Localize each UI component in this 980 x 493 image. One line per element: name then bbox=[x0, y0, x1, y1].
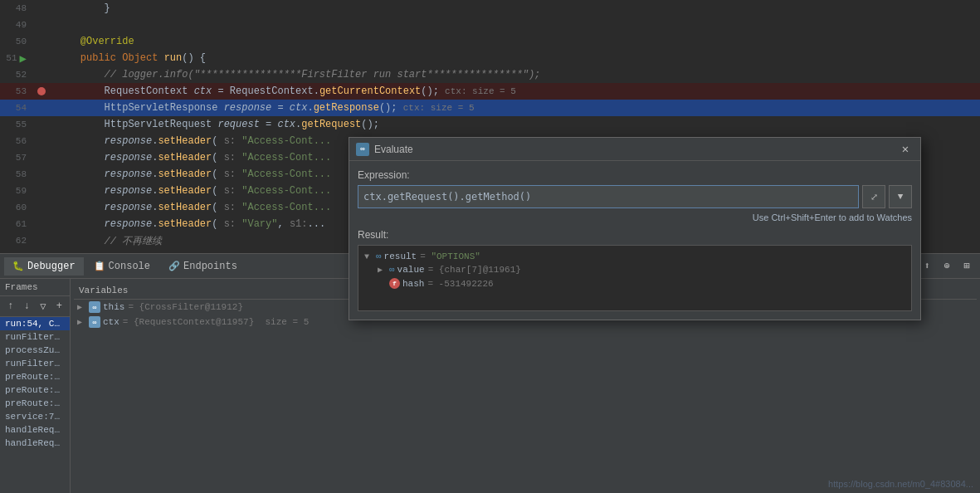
frame-item-1[interactable]: runFilter:117,... bbox=[0, 330, 70, 344]
frame-item-4[interactable]: preRoute:133,... bbox=[0, 370, 70, 383]
line-content-50: @Override bbox=[50, 36, 134, 47]
expression-input-row: ⤢ ▼ bbox=[358, 185, 912, 208]
expr-dropdown-btn[interactable]: ▼ bbox=[889, 185, 912, 208]
result-arrow-value: ▶ bbox=[378, 265, 389, 275]
dialog-title: Evaluate bbox=[374, 144, 897, 155]
result-val-root: = "OPTIONS" bbox=[420, 251, 480, 261]
expr-expand-btn[interactable]: ⤢ bbox=[862, 185, 885, 208]
expression-input[interactable] bbox=[358, 185, 859, 208]
line-content-58: response.setHeader( s: "Access-Cont... bbox=[50, 168, 331, 180]
line-number-54: 54 bbox=[0, 103, 33, 113]
line-content-53: RequestContext ctx = RequestContext.getC… bbox=[50, 85, 516, 97]
frames-up-btn[interactable]: ↑ bbox=[3, 299, 18, 314]
line-content-57: response.setHeader( s: "Access-Cont... bbox=[50, 152, 331, 164]
frames-list: run:54, Cross... runFilter:117,... proce… bbox=[0, 317, 70, 493]
frames-column: Frames ↑ ↓ ▽ + run:54, Cross... runFilte… bbox=[0, 279, 71, 493]
expression-label: Expression: bbox=[358, 169, 912, 181]
f-icon-hash: f bbox=[389, 278, 400, 289]
evaluate-dialog: ∞ Evaluate ✕ Expression: ⤢ ▼ Use Ctrl+Sh… bbox=[349, 137, 921, 320]
frame-item-5[interactable]: preRoute:105,... bbox=[0, 383, 70, 397]
line-content-55: HttpServletRequest request = ctx.getRequ… bbox=[50, 119, 379, 130]
line-content-56: response.setHeader( s: "Access-Cont... bbox=[50, 135, 331, 147]
tab-console[interactable]: 📋 Console bbox=[85, 257, 158, 276]
toolbar-cursor-btn[interactable]: ⊕ bbox=[938, 257, 956, 276]
code-line-52: 52 // logger.info("*****************Firs… bbox=[0, 66, 980, 83]
line-content-61: response.setHeader( s: "Vary", s1:... bbox=[50, 218, 325, 230]
line-number-50: 50 bbox=[0, 37, 33, 46]
line-number-56: 56 bbox=[0, 136, 33, 146]
line-content-59: response.setHeader( s: "Access-Cont... bbox=[50, 185, 331, 197]
line-content-51: public Object run() { bbox=[50, 52, 206, 64]
frame-item-7[interactable]: service:74, Zu... bbox=[0, 410, 70, 423]
line-number-53: 53 bbox=[0, 86, 33, 96]
oo-icon-value: ∞ bbox=[389, 265, 395, 275]
dialog-close-button[interactable]: ✕ bbox=[897, 141, 914, 158]
line-content-52: // logger.info("*****************FirstFi… bbox=[50, 69, 540, 81]
tree-arrow-this: ▶ bbox=[77, 302, 89, 312]
var-key-this: this bbox=[103, 302, 124, 312]
code-line-48: 48 } bbox=[0, 0, 980, 17]
frames-filter-btn[interactable]: ▽ bbox=[36, 299, 51, 314]
line-number-51: 51 ▶ bbox=[0, 51, 33, 66]
tab-debugger[interactable]: 🐛 Debugger bbox=[4, 257, 84, 276]
line-number-62: 62 bbox=[0, 236, 33, 246]
breakpoint-53 bbox=[37, 87, 46, 95]
result-key-hash: hash bbox=[402, 279, 424, 289]
tab-endpoints[interactable]: 🔗 Endpoints bbox=[160, 257, 246, 276]
frames-nav: ↑ ↓ ▽ + bbox=[0, 296, 70, 317]
frame-item-3[interactable]: runFilters:157,... bbox=[0, 357, 70, 370]
line-number-52: 52 bbox=[0, 70, 33, 80]
code-line-55: 55 HttpServletRequest request = ctx.getR… bbox=[0, 116, 980, 133]
endpoints-icon: 🔗 bbox=[168, 261, 180, 271]
console-icon: 📋 bbox=[94, 261, 105, 271]
frame-item-0[interactable]: run:54, Cross... bbox=[0, 317, 70, 330]
frame-item-6[interactable]: preRoute:125,... bbox=[0, 397, 70, 410]
line-number-55: 55 bbox=[0, 120, 33, 129]
var-key-ctx: ctx bbox=[103, 317, 119, 327]
dialog-titlebar[interactable]: ∞ Evaluate ✕ bbox=[349, 138, 920, 161]
line-number-48: 48 bbox=[0, 3, 33, 13]
line-content-48: } bbox=[50, 2, 110, 14]
result-row-root[interactable]: ▼ ∞ result = "OPTIONS" bbox=[363, 250, 907, 263]
var-icon-ctx: ∞ bbox=[89, 316, 100, 328]
debugger-icon: 🐛 bbox=[12, 261, 24, 271]
toolbar-filter-btn[interactable]: ⊞ bbox=[958, 257, 976, 276]
result-row-value[interactable]: ▶ ∞ value = {char[7]@11961} bbox=[363, 263, 907, 276]
code-line-49: 49 bbox=[0, 17, 980, 33]
var-icon-this: ∞ bbox=[89, 301, 100, 313]
result-row-hash[interactable]: f hash = -531492226 bbox=[363, 276, 907, 290]
line-content-62: // 不再继续 bbox=[50, 234, 162, 248]
line-number-49: 49 bbox=[0, 20, 33, 30]
frames-down-btn[interactable]: ↓ bbox=[20, 299, 35, 314]
result-key-value: value bbox=[397, 265, 425, 275]
line-content-54: HttpServletResponse response = ctx.getRe… bbox=[50, 102, 475, 114]
watermark: https://blog.csdn.net/m0_4#83084... bbox=[828, 479, 973, 489]
result-tree: ▼ ∞ result = "OPTIONS" ▶ ∞ value = {char… bbox=[358, 245, 912, 311]
code-line-53: 53 RequestContext ctx = RequestContext.g… bbox=[0, 83, 980, 100]
result-arrow-root: ▼ bbox=[364, 252, 376, 261]
frame-item-8[interactable]: handleReques... bbox=[0, 423, 70, 437]
frame-item-9[interactable]: handleReques... bbox=[0, 437, 70, 450]
code-line-50: 50 @Override bbox=[0, 33, 980, 50]
result-val-value: = {char[7]@11961} bbox=[428, 265, 521, 275]
tree-arrow-ctx: ▶ bbox=[77, 317, 89, 327]
line-number-59: 59 bbox=[0, 186, 33, 196]
frames-header: Frames bbox=[0, 279, 70, 296]
line-number-58: 58 bbox=[0, 169, 33, 179]
code-line-51: 51 ▶ public Object run() { bbox=[0, 50, 980, 66]
result-key-root: result bbox=[384, 251, 417, 261]
dialog-icon: ∞ bbox=[356, 143, 369, 156]
frames-add-btn[interactable]: + bbox=[52, 299, 67, 314]
frame-item-2[interactable]: processZuulFi... bbox=[0, 344, 70, 357]
result-label: Result: bbox=[358, 229, 912, 241]
line-number-60: 60 bbox=[0, 203, 33, 212]
result-arrow-hash bbox=[378, 279, 389, 288]
line-gutter-53 bbox=[33, 87, 50, 95]
result-val-hash: = -531492226 bbox=[427, 279, 493, 289]
watches-hint: Use Ctrl+Shift+Enter to add to Watches bbox=[358, 212, 912, 222]
line-content-60: response.setHeader( s: "Access-Cont... bbox=[50, 202, 331, 213]
dialog-body: Expression: ⤢ ▼ Use Ctrl+Shift+Enter to … bbox=[349, 161, 920, 320]
var-val-ctx: = {RequestContext@11957} size = 5 bbox=[123, 317, 309, 327]
line-number-61: 61 bbox=[0, 219, 33, 229]
line-number-57: 57 bbox=[0, 153, 33, 163]
